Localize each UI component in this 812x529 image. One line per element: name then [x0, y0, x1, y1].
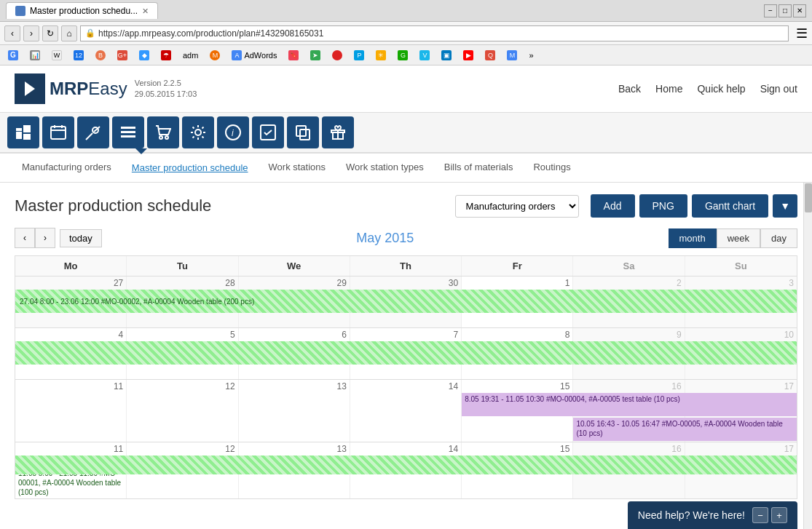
sign-out-link[interactable]: Sign out — [760, 83, 797, 95]
subnav-work-station-types[interactable]: Work station types — [336, 156, 434, 180]
bookmark-more[interactable]: » — [524, 47, 538, 63]
bookmark-pocket[interactable]: 🔖 — [283, 47, 304, 63]
logo-text-easy: Easy — [88, 79, 127, 99]
bookmark-youtube-icon: ▶ — [463, 50, 473, 60]
bookmark-mx[interactable]: M — [502, 47, 522, 63]
view-buttons: month week day — [669, 228, 797, 248]
home-button[interactable]: ⌂ — [61, 25, 77, 41]
bookmark-mozy[interactable]: M — [205, 47, 225, 63]
minimize-button[interactable]: − — [764, 4, 777, 17]
event-mo-00002-cont[interactable] — [15, 341, 797, 365]
toolbar-gift-icon[interactable] — [322, 116, 354, 148]
bookmark-lastpass[interactable]: ☂ — [156, 47, 176, 63]
bookmark-analytics[interactable]: 📊 — [25, 47, 45, 63]
week-row-2: 4 5 6 7 8 9 10 — [15, 328, 797, 380]
close-window-button[interactable]: ✕ — [793, 4, 806, 17]
event-mo-00005[interactable]: 10.05 16:43 - 10.05 16:47 #MO-00005, #A-… — [573, 418, 797, 441]
back-button[interactable]: ‹ — [4, 25, 20, 41]
bookmark-adm-label: adm — [183, 51, 198, 60]
version-info: Version 2.2.5 29.05.2015 17:03 — [135, 78, 197, 100]
scrollbar[interactable] — [803, 183, 812, 529]
week-view-button[interactable]: week — [717, 228, 760, 248]
browser-menu-button[interactable]: ☰ — [796, 25, 808, 41]
bookmark-paypal[interactable]: P — [349, 47, 369, 63]
toolbar-tasks-icon[interactable] — [252, 116, 284, 148]
sub-nav: Manufacturing orders Master production s… — [0, 154, 812, 183]
toolbar-copy-icon[interactable] — [287, 116, 319, 148]
scrollbar-thumb[interactable] — [805, 183, 812, 212]
bookmark-delicious[interactable]: ◆ — [134, 47, 154, 63]
app-header: MRPEasy Version 2.2.5 29.05.2015 17:03 B… — [0, 65, 812, 113]
prev-month-button[interactable]: ‹ — [15, 228, 35, 248]
browser-tab[interactable]: Master production schedu... ✕ — [6, 2, 158, 19]
gantt-chart-button[interactable]: Gantt chart — [692, 194, 768, 218]
cal-day[interactable]: 13 — [239, 380, 350, 442]
forward-button[interactable]: › — [23, 25, 39, 41]
bookmark-blogger[interactable]: B — [90, 47, 111, 63]
bookmark-gplus[interactable]: G+ — [112, 47, 133, 63]
toolbar-dashboard-icon[interactable] — [7, 116, 39, 148]
bookmark-youtube[interactable]: ▶ — [458, 47, 478, 63]
month-title: May 2015 — [102, 231, 669, 246]
bookmark-trello[interactable]: ▣ — [436, 47, 457, 63]
subnav-manufacturing-orders[interactable]: Manufacturing orders — [12, 156, 122, 180]
bookmark-paypal-icon: P — [354, 50, 364, 60]
bookmark-vimeo-icon: V — [419, 50, 430, 60]
refresh-button[interactable]: ↻ — [42, 25, 58, 41]
event-mo-00001-green[interactable] — [15, 456, 797, 474]
subnav-master-production-schedule[interactable]: Master production schedule — [122, 156, 259, 179]
bookmark-star[interactable]: ✳ — [371, 47, 391, 63]
header-nav: Back Home Quick help Sign out — [618, 83, 797, 95]
cal-day[interactable]: 12 — [127, 380, 238, 442]
help-expand-button[interactable]: + — [771, 507, 787, 523]
event-mo-00004[interactable]: 8.05 19:31 - 11.05 10:30 #MO-00004, #A-0… — [462, 393, 797, 416]
home-link[interactable]: Home — [655, 83, 682, 95]
bookmark-g[interactable]: G — [3, 47, 23, 63]
subnav-bills-of-materials[interactable]: Bills of materials — [434, 156, 524, 180]
svg-rect-21 — [296, 126, 306, 136]
next-month-button[interactable]: › — [35, 228, 55, 248]
bookmark-q[interactable]: Q — [480, 47, 500, 63]
dropdown-arrow-button[interactable]: ▼ — [773, 194, 797, 218]
bookmark-green[interactable]: ➤ — [305, 47, 326, 63]
cal-day[interactable]: 14 — [350, 380, 462, 442]
event-mo-00002[interactable]: 27.04 8:00 - 23.06 12:00 #MO-00002, #A-0… — [15, 290, 797, 313]
toolbar-list-icon[interactable] — [112, 116, 144, 148]
maximize-button[interactable]: □ — [779, 4, 792, 17]
add-button[interactable]: Add — [591, 194, 635, 218]
bookmark-adm[interactable]: adm — [178, 47, 203, 63]
svg-rect-4 — [51, 127, 66, 139]
logo-arrow-icon — [25, 81, 35, 96]
day-view-button[interactable]: day — [760, 228, 797, 248]
page-title: Master production schedule — [15, 196, 211, 215]
bookmark-vimeo[interactable]: V — [414, 47, 435, 63]
toolbar-settings-icon[interactable] — [182, 116, 214, 148]
logo: MRPEasy — [15, 73, 127, 104]
bookmark-g-icon: G — [8, 50, 18, 60]
subnav-routings[interactable]: Routings — [523, 156, 580, 180]
week-row-3: 11 12 13 14 15 16 17 8.05 19:31 - 11.05 … — [15, 380, 797, 442]
help-widget: Need help? We're here! − + — [628, 501, 797, 529]
help-minimize-button[interactable]: − — [752, 507, 768, 523]
tab-close-button[interactable]: ✕ — [142, 7, 149, 16]
bookmark-circle[interactable] — [327, 47, 347, 63]
today-button[interactable]: today — [60, 229, 102, 247]
bookmark-grammarly[interactable]: G — [393, 47, 413, 63]
subnav-work-stations[interactable]: Work stations — [259, 156, 336, 180]
toolbar-tools-icon[interactable] — [77, 116, 109, 148]
bookmark-star-icon: ✳ — [376, 50, 386, 60]
month-view-button[interactable]: month — [669, 228, 717, 248]
toolbar-calendar-icon[interactable] — [42, 116, 74, 148]
bookmark-wiki[interactable]: W — [47, 47, 67, 63]
toolbar-info-icon[interactable]: i — [217, 116, 249, 148]
toolbar-orders-icon[interactable] — [147, 116, 179, 148]
bookmark-pocket-icon: 🔖 — [288, 50, 299, 60]
filter-dropdown[interactable]: Manufacturing orders Work orders — [455, 195, 579, 218]
quick-help-link[interactable]: Quick help — [697, 83, 745, 95]
back-link[interactable]: Back — [618, 83, 641, 95]
cal-day[interactable]: 11 — [15, 380, 127, 442]
bookmark-adwords[interactable]: A AdWords — [226, 47, 282, 63]
png-button[interactable]: PNG — [639, 194, 687, 218]
bookmark-12[interactable]: 12 — [68, 47, 89, 63]
address-input[interactable]: 🔒 https://app.mrpeasy.com/production/pla… — [80, 25, 789, 41]
